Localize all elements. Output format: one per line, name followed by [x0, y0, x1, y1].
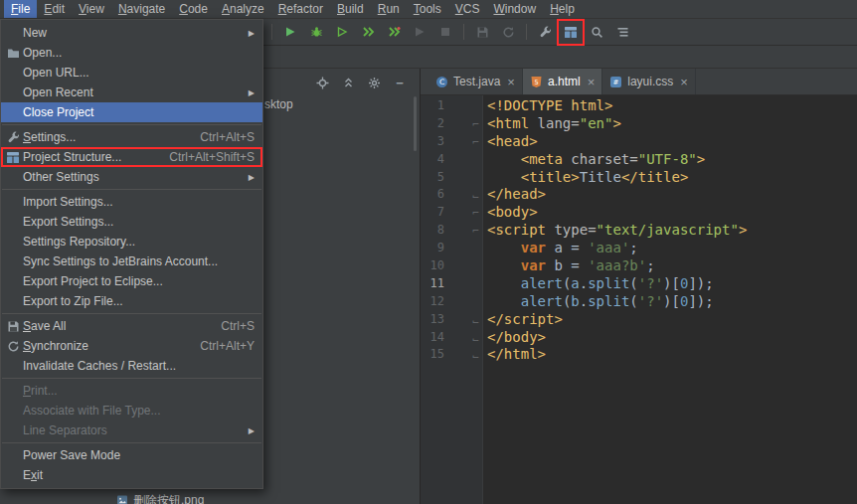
project-panel-toolbar: −	[312, 73, 410, 92]
collapse-all-icon[interactable]	[338, 73, 358, 92]
fold-marker[interactable]	[444, 222, 483, 240]
submenu-arrow-icon: ▶	[249, 426, 255, 435]
menu-item-label: Import Settings...	[23, 195, 255, 209]
debug-icon[interactable]	[304, 21, 328, 44]
menu-item-settings-repository[interactable]: Settings Repository...	[1, 232, 262, 252]
rerun-icon[interactable]	[408, 21, 431, 44]
fold-marker[interactable]	[444, 311, 483, 329]
svg-text:#: #	[613, 79, 619, 86]
java-file-icon: C	[435, 76, 448, 88]
menu-item-close-project[interactable]: Close Project	[1, 102, 262, 122]
tab-test-java[interactable]: CTest.java×	[428, 69, 523, 94]
toolbar-separator	[463, 24, 464, 40]
jrebel-run-icon[interactable]	[356, 21, 380, 44]
structure-list-icon[interactable]	[610, 21, 634, 44]
menu-item-power-save-mode[interactable]: Power Save Mode	[1, 445, 262, 465]
menu-item-import-settings[interactable]: Import Settings...	[1, 192, 262, 212]
code-line-15: 15</html>	[421, 346, 857, 364]
menu-item-label: Project Structure...	[23, 150, 157, 164]
tree-item-file[interactable]: 删除按钮.png	[116, 492, 204, 504]
menubar-item-build[interactable]: Build	[330, 0, 371, 18]
toolbar-separator	[526, 24, 527, 40]
code-line-3: 3<head>	[421, 133, 857, 151]
menu-separator	[2, 124, 261, 125]
run-coverage-icon[interactable]	[330, 21, 354, 44]
code-area[interactable]: 1<!DOCTYPE html>2<html lang="en">3<head>…	[421, 95, 857, 364]
close-tab-icon[interactable]: ×	[588, 76, 596, 88]
search-icon[interactable]	[585, 21, 608, 44]
menu-item-print[interactable]: Print...	[1, 381, 262, 401]
menu-icon-slot	[5, 293, 21, 309]
menu-item-associate-with-file-type[interactable]: Associate with File Type...	[1, 401, 262, 420]
fold-marker[interactable]	[444, 204, 483, 222]
locate-icon[interactable]	[312, 73, 332, 92]
synchronize-icon[interactable]	[496, 21, 520, 44]
code-text: </body>	[483, 329, 546, 347]
menu-item-exit[interactable]: Exit	[1, 465, 262, 485]
menu-icon-slot	[5, 84, 21, 100]
menubar-item-run[interactable]: Run	[371, 0, 407, 18]
menubar-item-refactor[interactable]: Refactor	[271, 0, 330, 18]
menubar-item-window[interactable]: Window	[486, 0, 543, 18]
menu-icon-slot	[5, 194, 21, 210]
menubar-item-help[interactable]: Help	[543, 0, 582, 18]
menu-icon-slot	[5, 253, 21, 269]
menu-item-line-separators[interactable]: Line Separators▶	[1, 420, 262, 440]
project-structure-icon[interactable]	[559, 21, 583, 44]
menu-item-synchronize[interactable]: SynchronizeCtrl+Alt+Y	[1, 336, 262, 356]
menu-item-sync-settings-to-jetbrains-account[interactable]: Sync Settings to JetBrains Account...	[1, 252, 262, 271]
settings-icon[interactable]	[533, 21, 557, 44]
menu-separator	[2, 378, 261, 379]
menubar-item-analyze[interactable]: Analyze	[215, 0, 271, 18]
menubar-item-edit[interactable]: Edit	[37, 0, 72, 18]
menu-item-export-to-zip-file[interactable]: Export to Zip File...	[1, 291, 262, 311]
code-line-12: 12 alert(b.split('?')[0]);	[421, 293, 857, 311]
tree-item-desktop[interactable]: sktop	[264, 97, 293, 111]
menubar-item-vcs[interactable]: VCS	[448, 0, 487, 18]
menubar-item-code[interactable]: Code	[172, 0, 215, 18]
tab-a-html[interactable]: 5a.html×	[523, 69, 602, 94]
menu-item-label: Invalidate Caches / Restart...	[23, 359, 255, 373]
html-file-icon: 5	[530, 76, 543, 88]
fold-marker[interactable]	[444, 186, 483, 204]
stop-icon[interactable]	[433, 21, 457, 44]
close-tab-icon[interactable]: ×	[507, 76, 515, 88]
menu-item-export-project-to-eclipse[interactable]: Export Project to Eclipse...	[1, 271, 262, 291]
menu-item-invalidate-caches-restart[interactable]: Invalidate Caches / Restart...	[1, 356, 262, 376]
menu-item-export-settings[interactable]: Export Settings...	[1, 212, 262, 232]
tab-label: layui.css	[627, 75, 673, 88]
menubar-item-navigate[interactable]: Navigate	[111, 0, 172, 18]
menu-item-other-settings[interactable]: Other Settings▶	[1, 167, 262, 187]
menu-item-shortcut: Ctrl+Alt+Shift+S	[169, 150, 255, 164]
code-text: <html lang="en">	[483, 115, 621, 133]
menu-item-label: Sync Settings to JetBrains Account...	[23, 254, 255, 268]
menu-item-save-all[interactable]: Save AllCtrl+S	[1, 316, 262, 336]
menubar-item-tools[interactable]: Tools	[407, 0, 448, 18]
menu-item-settings[interactable]: Settings...Ctrl+Alt+S	[1, 127, 262, 147]
close-tab-icon[interactable]: ×	[680, 76, 688, 88]
fold-marker[interactable]	[444, 133, 483, 151]
menu-item-open[interactable]: Open...	[1, 43, 262, 63]
editor[interactable]: 1<!DOCTYPE html>2<html lang="en">3<head>…	[421, 95, 857, 504]
menu-item-project-structure[interactable]: Project Structure...Ctrl+Alt+Shift+S	[1, 147, 262, 167]
fold-marker[interactable]	[444, 329, 483, 347]
line-number: 4	[421, 151, 444, 169]
line-number: 1	[421, 97, 444, 115]
gear-icon[interactable]	[364, 73, 384, 92]
menubar-item-file[interactable]: File	[4, 0, 37, 18]
fold-marker[interactable]	[444, 115, 483, 133]
fold-marker	[444, 257, 483, 275]
menubar-item-view[interactable]: View	[72, 0, 111, 18]
menu-item-new[interactable]: New▶	[1, 23, 262, 43]
jrebel-debug-icon[interactable]	[382, 21, 406, 44]
menu-item-open-recent[interactable]: Open Recent▶	[1, 83, 262, 102]
save-all-icon[interactable]	[470, 21, 494, 44]
menu-icon-slot	[5, 358, 21, 374]
menu-item-open-url[interactable]: Open URL...	[1, 63, 262, 83]
panel-scrollbar[interactable]	[414, 96, 417, 151]
fold-marker[interactable]	[444, 346, 483, 364]
run-icon[interactable]	[278, 21, 302, 44]
hide-icon[interactable]: −	[390, 73, 410, 92]
tab-layui-css[interactable]: #layui.css×	[602, 69, 696, 94]
menu-icon-slot	[5, 104, 21, 120]
